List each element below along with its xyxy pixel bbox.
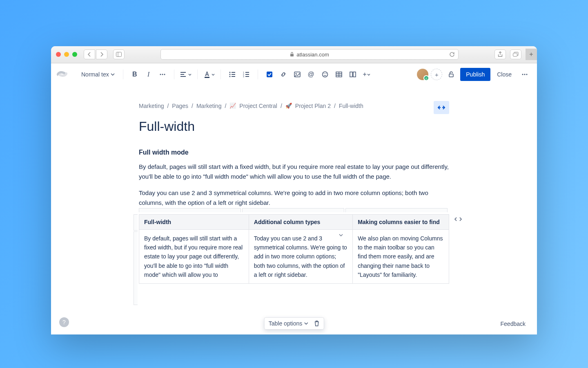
table-cell[interactable]: By default, pages will still start with … bbox=[139, 229, 249, 284]
svg-point-38 bbox=[526, 74, 528, 75]
restrictions-button[interactable] bbox=[445, 68, 458, 81]
tabs-button[interactable] bbox=[510, 49, 521, 59]
breadcrumb-item[interactable]: Marketing bbox=[196, 103, 221, 109]
address-bar-text: atlassian.com bbox=[296, 52, 329, 58]
svg-rect-33 bbox=[350, 72, 352, 77]
link-button[interactable] bbox=[277, 68, 290, 81]
svg-text:3: 3 bbox=[243, 75, 244, 77]
table-floating-toolbar: Table options bbox=[264, 317, 324, 330]
insert-more-button[interactable]: + bbox=[360, 68, 373, 81]
svg-rect-10 bbox=[205, 77, 209, 78]
table-column-handle[interactable] bbox=[139, 208, 241, 212]
invite-button[interactable]: + bbox=[431, 69, 442, 80]
svg-point-4 bbox=[160, 74, 161, 75]
reload-button[interactable] bbox=[449, 52, 455, 57]
image-button[interactable] bbox=[291, 68, 304, 81]
lock-icon bbox=[290, 52, 294, 57]
text-style-label: Normal tex bbox=[81, 71, 109, 78]
confluence-logo-icon bbox=[57, 69, 68, 80]
chart-icon: 📈 bbox=[229, 103, 236, 109]
bold-button[interactable]: B bbox=[128, 68, 141, 81]
more-formatting-button[interactable] bbox=[156, 68, 169, 81]
browser-window: atlassian.com + Normal tex bbox=[51, 46, 537, 334]
table-header-row: Full-width Additional column types Makin… bbox=[139, 214, 449, 229]
table-width-handle[interactable] bbox=[454, 217, 462, 222]
svg-rect-23 bbox=[267, 72, 272, 77]
body-paragraph[interactable]: Today you can use 2 and 3 symmetrical co… bbox=[139, 188, 449, 208]
chevron-down-icon bbox=[111, 73, 115, 76]
alignment-button[interactable] bbox=[179, 68, 192, 81]
table-column-handle[interactable] bbox=[242, 208, 344, 212]
feedback-link[interactable]: Feedback bbox=[501, 321, 526, 327]
body-paragraph[interactable]: By default, pages will still start with … bbox=[139, 162, 449, 182]
breadcrumb-item[interactable]: Pages bbox=[172, 103, 188, 109]
svg-point-27 bbox=[323, 73, 324, 74]
delete-table-button[interactable] bbox=[314, 320, 319, 327]
breadcrumb-item-current[interactable]: Full-width bbox=[339, 103, 363, 109]
toolbar-separator bbox=[123, 70, 123, 79]
table-options-button[interactable]: Table options bbox=[269, 320, 308, 327]
svg-rect-34 bbox=[353, 72, 356, 77]
table-column-handle[interactable] bbox=[345, 208, 448, 212]
editor-area: Marketing / Pages / Marketing / 📈 Projec… bbox=[51, 86, 537, 334]
forward-button[interactable] bbox=[96, 49, 107, 59]
toolbar-separator bbox=[197, 70, 198, 79]
more-actions-button[interactable] bbox=[518, 68, 531, 81]
emoji-button[interactable] bbox=[318, 68, 332, 81]
window-minimize-button[interactable] bbox=[64, 52, 69, 57]
mention-button[interactable]: @ bbox=[305, 68, 318, 81]
sidebar-toggle-button[interactable] bbox=[113, 49, 125, 59]
window-maximize-button[interactable] bbox=[72, 52, 77, 57]
breadcrumb-separator: / bbox=[334, 103, 336, 109]
layouts-button[interactable] bbox=[346, 68, 359, 81]
help-button[interactable]: ? bbox=[59, 317, 69, 327]
svg-point-25 bbox=[295, 73, 296, 74]
text-style-select[interactable]: Normal tex bbox=[78, 69, 118, 80]
svg-rect-35 bbox=[449, 74, 453, 77]
table-row-handle[interactable] bbox=[134, 214, 138, 231]
text-color-button[interactable] bbox=[203, 68, 216, 81]
svg-rect-2 bbox=[290, 54, 294, 56]
svg-point-26 bbox=[322, 72, 327, 77]
browser-chrome: atlassian.com + bbox=[51, 46, 537, 63]
table-row-handle[interactable] bbox=[134, 231, 138, 305]
full-width-toggle[interactable] bbox=[434, 101, 449, 114]
collaborator-avatar[interactable]: c bbox=[417, 69, 428, 80]
window-close-button[interactable] bbox=[56, 52, 61, 57]
browser-right-actions: + bbox=[494, 49, 532, 60]
svg-rect-0 bbox=[116, 52, 122, 57]
table-cell[interactable]: We also plan on moving Columns to the ma… bbox=[353, 229, 449, 284]
breadcrumb-separator: / bbox=[225, 103, 226, 109]
svg-point-11 bbox=[229, 72, 230, 73]
breadcrumb-item[interactable]: Marketing bbox=[139, 103, 164, 109]
numbered-list-button[interactable]: 123 bbox=[240, 68, 253, 81]
table-button[interactable] bbox=[332, 68, 345, 81]
svg-rect-3 bbox=[513, 53, 517, 56]
editor-toolbar: Normal tex B I bbox=[51, 63, 537, 86]
svg-point-36 bbox=[522, 74, 523, 75]
table-header-cell[interactable]: Full-width bbox=[139, 214, 249, 229]
bullet-list-button[interactable] bbox=[226, 68, 239, 81]
svg-point-15 bbox=[229, 76, 230, 77]
share-button[interactable] bbox=[494, 49, 506, 59]
publish-button[interactable]: Publish bbox=[460, 68, 490, 81]
table-header-cell[interactable]: Making columns easier to find bbox=[353, 214, 449, 229]
back-button[interactable] bbox=[84, 49, 95, 59]
table-cell[interactable]: Today you can use 2 and 3 symmetrical co… bbox=[249, 229, 352, 284]
action-item-button[interactable] bbox=[263, 68, 276, 81]
svg-point-28 bbox=[325, 73, 326, 74]
breadcrumb-item[interactable]: Project Central bbox=[239, 103, 277, 109]
new-tab-button[interactable]: + bbox=[526, 49, 537, 60]
close-button[interactable]: Close bbox=[493, 68, 516, 81]
breadcrumb-item[interactable]: Project Plan 2 bbox=[295, 103, 331, 109]
table-header-cell[interactable]: Additional column types bbox=[249, 214, 352, 229]
table-row: By default, pages will still start with … bbox=[139, 229, 449, 284]
italic-button[interactable]: I bbox=[142, 68, 155, 81]
traffic-lights bbox=[56, 52, 77, 57]
page-title[interactable]: Full-width bbox=[139, 119, 449, 134]
table-options-label: Table options bbox=[269, 320, 303, 327]
address-bar[interactable]: atlassian.com bbox=[160, 49, 459, 60]
rocket-icon: 🚀 bbox=[285, 103, 292, 109]
content-table[interactable]: Full-width Additional column types Makin… bbox=[139, 214, 449, 284]
section-heading[interactable]: Full width mode bbox=[139, 149, 449, 156]
